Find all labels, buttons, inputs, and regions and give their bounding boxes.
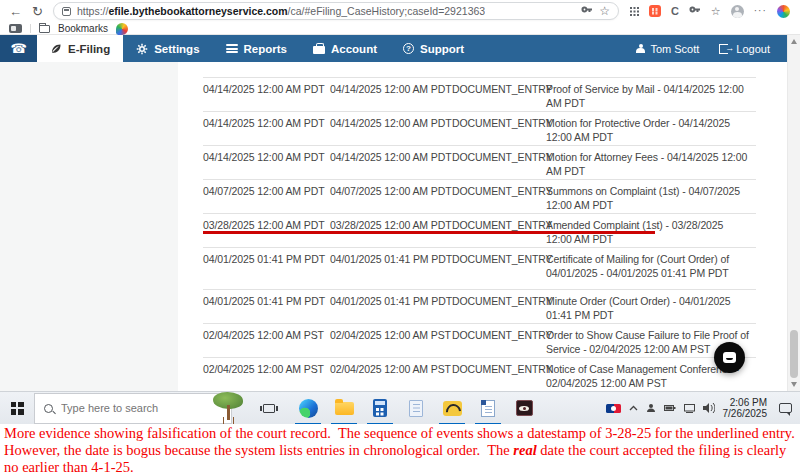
collections-icon[interactable]: ☆ — [711, 6, 721, 17]
table-row[interactable]: 04/14/2025 12:00 AM PDT 04/14/2025 12:00… — [203, 78, 756, 112]
clock-time: 2:06 PM — [730, 397, 767, 408]
profile-avatar[interactable] — [731, 5, 744, 18]
tray-person-icon[interactable] — [646, 403, 656, 413]
windows-logo-icon — [11, 402, 24, 415]
entered-date-cell: 02/04/2025 12:00 AM PST — [330, 328, 452, 357]
entry-type-cell: DOCUMENT_ENTRY — [452, 252, 546, 289]
sidebar-toggle-icon[interactable] — [9, 24, 22, 33]
calculator-icon — [373, 399, 387, 417]
refresh-icon[interactable]: ↻ — [32, 5, 43, 18]
falsified-entry-underline — [203, 231, 655, 234]
table-row[interactable]: 04/01/2025 01:41 PM PDT 04/01/2025 01:41… — [203, 248, 756, 290]
edge-icon — [299, 399, 318, 418]
taskbar-app-edge[interactable] — [290, 392, 326, 425]
bookmarks-label[interactable]: Bookmarks — [58, 23, 108, 34]
briefcase-icon — [313, 46, 325, 54]
browser-menu-icon[interactable]: ··· — [754, 6, 767, 16]
wallet-key-icon[interactable] — [689, 5, 701, 17]
task-view-button[interactable] — [254, 392, 284, 425]
notepad-icon — [409, 400, 423, 417]
eye-app-icon — [516, 400, 533, 416]
table-row[interactable]: 04/14/2025 12:00 AM PDT 04/14/2025 12:00… — [203, 112, 756, 146]
case-history-table: 04/14/2025 12:00 AM PDT 04/14/2025 12:00… — [203, 77, 756, 392]
phone-button[interactable]: ☎ — [0, 35, 37, 62]
loop-icon[interactable]: C — [671, 6, 679, 17]
taskbar-app-fsb[interactable] — [434, 392, 470, 425]
table-row[interactable]: 02/04/2025 12:00 AM PST 02/04/2025 12:00… — [203, 324, 756, 358]
page-content: 04/14/2025 12:00 AM PDT 04/14/2025 12:00… — [0, 62, 800, 391]
reports-list-icon — [226, 44, 238, 53]
leaf-icon — [50, 43, 62, 55]
chat-bubble-icon — [723, 352, 736, 363]
table-row[interactable]: 04/07/2025 12:00 AM PDT 04/07/2025 12:00… — [203, 180, 756, 214]
taskbar-app-eye[interactable] — [506, 392, 542, 425]
tray-battery-icon[interactable] — [664, 404, 676, 412]
tab-reports[interactable]: Reports — [213, 35, 300, 62]
taskbar-search[interactable] — [34, 393, 232, 424]
password-key-icon[interactable] — [581, 5, 593, 17]
extension-icon[interactable] — [649, 5, 661, 17]
user-menu[interactable]: Tom Scott — [636, 43, 699, 55]
chat-launcher-button[interactable] — [714, 342, 745, 373]
tray-speaker-icon[interactable] — [703, 403, 715, 413]
filed-date-cell: 04/07/2025 12:00 AM PDT — [203, 184, 330, 213]
entered-date-cell: 04/14/2025 12:00 AM PDT — [330, 150, 452, 179]
filed-date-cell: 02/04/2025 12:00 AM PST — [203, 328, 330, 357]
taskbar-app-word[interactable] — [470, 392, 506, 425]
bookmarks-folder-icon[interactable] — [39, 25, 50, 33]
clock-date: 7/26/2025 — [723, 408, 768, 419]
scroll-down-arrow-icon[interactable] — [791, 382, 797, 387]
case-history-panel: 04/14/2025 12:00 AM PDT 04/14/2025 12:00… — [178, 62, 787, 391]
tray-chevron-up-icon[interactable] — [629, 405, 638, 411]
table-row[interactable]: 03/28/2025 12:00 AM PDT 03/28/2025 12:00… — [203, 214, 756, 248]
entered-date-cell: 04/01/2025 01:41 PM PDT — [330, 294, 452, 323]
tab-account[interactable]: Account — [300, 35, 390, 62]
filed-date-cell: 04/14/2025 12:00 AM PDT — [203, 116, 330, 145]
filed-date-cell: 02/04/2025 12:00 AM PST — [203, 362, 330, 391]
page-scrollbar[interactable] — [787, 35, 800, 391]
bookmark-favicon-icon[interactable] — [116, 23, 128, 35]
entered-date-cell: 04/14/2025 12:00 AM PDT — [330, 116, 452, 145]
tray-network-icon[interactable] — [684, 404, 695, 413]
favorite-star-icon[interactable]: ☆ — [599, 5, 610, 17]
logout-button[interactable]: Logout — [719, 43, 770, 55]
user-icon — [636, 44, 645, 54]
start-button[interactable] — [0, 392, 34, 425]
entry-type-cell: DOCUMENT_ENTRY — [452, 294, 546, 323]
entry-type-cell: DOCUMENT_ENTRY — [452, 328, 546, 357]
tab-settings[interactable]: Settings — [123, 35, 212, 62]
taskbar-app-calculator[interactable] — [362, 392, 398, 425]
tab-label: Reports — [244, 43, 287, 55]
tab-efiling[interactable]: E-Filing — [37, 35, 123, 62]
filed-date-cell: 04/01/2025 01:41 PM PDT — [203, 294, 330, 323]
question-circle-icon: ? — [403, 43, 414, 54]
task-view-icon — [263, 404, 275, 413]
search-input[interactable] — [61, 402, 176, 414]
apps-grid-icon[interactable] — [630, 7, 639, 16]
copilot-icon[interactable] — [777, 5, 790, 18]
taskbar-app-explorer[interactable] — [326, 392, 362, 425]
description-cell: Motion for Protective Order - 04/14/2025… — [546, 116, 756, 145]
entered-date-cell: 04/07/2025 12:00 AM PDT — [330, 184, 452, 213]
scrollbar-thumb[interactable] — [790, 330, 798, 378]
scroll-up-arrow-icon[interactable] — [791, 39, 797, 44]
tab-support[interactable]: ? Support — [390, 35, 477, 62]
taskbar-app-notepad[interactable] — [398, 392, 434, 425]
divider — [30, 24, 31, 33]
taskbar-clock[interactable]: 2:06 PM7/26/2025 — [723, 397, 768, 420]
action-center-icon[interactable] — [779, 403, 792, 413]
filed-date-cell: 04/01/2025 01:41 PM PDT — [203, 252, 330, 289]
table-row[interactable]: 04/14/2025 12:00 AM PDT 04/14/2025 12:00… — [203, 146, 756, 180]
logout-label: Logout — [736, 43, 770, 55]
table-row[interactable]: 04/01/2025 01:41 PM PDT 04/01/2025 01:41… — [203, 290, 756, 324]
site-info-icon[interactable] — [62, 7, 71, 16]
fsb-app-icon — [443, 401, 462, 416]
table-row[interactable]: 02/04/2025 12:00 AM PST 02/04/2025 12:00… — [203, 358, 756, 392]
app-navbar: ☎ E-Filing Settings Reports Account ? Su… — [0, 35, 800, 62]
entry-type-cell: DOCUMENT_ENTRY — [452, 184, 546, 213]
address-bar[interactable]: https://efile.bythebookattorneyservice.c… — [53, 2, 619, 20]
logout-icon — [719, 44, 728, 54]
back-icon[interactable]: ← — [9, 5, 22, 18]
search-highlight-tree-image[interactable] — [210, 392, 246, 422]
mlb-icon[interactable] — [606, 404, 621, 413]
